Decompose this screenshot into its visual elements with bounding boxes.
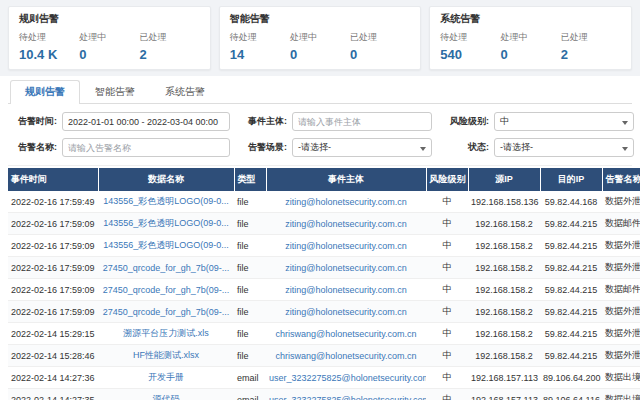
event-time-cell: 2022-02-16 17:59:09: [8, 235, 98, 257]
table-row: 2022-02-16 17:59:0927450_qrcode_for_gh_7…: [8, 301, 640, 323]
stat-pending: 待处理 10.4 K: [19, 31, 79, 62]
alert-time-label: 告警时间:: [10, 115, 62, 128]
subject-link[interactable]: ziting@holonetsecurity.com.cn: [266, 257, 426, 279]
subject-link[interactable]: chriswang@holonetsecurity.com.cn: [266, 323, 426, 345]
tab-rule-alerts[interactable]: 规则告警: [10, 80, 80, 104]
risk-level-select[interactable]: 中: [494, 112, 634, 131]
event-subject-input[interactable]: [292, 112, 432, 131]
risk-level-cell: 中: [426, 367, 468, 389]
alert-name-cell: 数据邮件发送至竞...: [602, 279, 640, 301]
tab-smart-alerts[interactable]: 智能告警: [80, 80, 150, 104]
subject-link[interactable]: ziting@holonetsecurity.com.cn: [266, 279, 426, 301]
alert-scene-selected-value: -请选择-: [298, 141, 331, 154]
stat-value: 0: [350, 47, 410, 62]
tab-system-alerts[interactable]: 系统告警: [150, 80, 220, 104]
filter-form: 告警时间: 事件主体: 风险级别: 中 告警名称: 告警场景:: [8, 104, 632, 166]
dest-ip-cell: 59.82.44.215: [540, 279, 602, 301]
data-name-link[interactable]: 143556_彩色透明LOGO(09-0...: [98, 213, 234, 235]
risk-level-cell: 中: [426, 345, 468, 367]
type-cell: email: [234, 367, 266, 389]
stat-processed: 已处理 0: [350, 31, 410, 62]
stat-pending: 待处理 14: [230, 31, 290, 62]
stat-value: 14: [230, 47, 290, 62]
source-ip-cell: 192.168.158.2: [468, 301, 540, 323]
stat-value: 0: [501, 47, 561, 62]
stat-card-title: 智能告警: [230, 12, 411, 31]
dest-ip-cell: 59.82.44.215: [540, 213, 602, 235]
subject-link[interactable]: chriswang@holonetsecurity.com.cn: [266, 345, 426, 367]
alert-table: 事件时间 数据名称 类型 事件主体 风险级别 源IP 目的IP 告警名称 202…: [8, 168, 640, 400]
data-name-link[interactable]: HF性能测试.xlsx: [98, 345, 234, 367]
alert-scene-select[interactable]: -请选择-: [292, 138, 432, 157]
risk-level-cell: 中: [426, 323, 468, 345]
stat-pending: 待处理 540: [440, 31, 500, 62]
type-cell: file: [234, 323, 266, 345]
stat-label: 处理中: [79, 31, 139, 44]
header-event-time: 事件时间: [8, 168, 98, 191]
header-alert-name: 告警名称: [602, 168, 640, 191]
event-time-cell: 2022-02-14 14:27:36: [8, 367, 98, 389]
table-row: 2022-02-14 15:29:15溯源平台压力测试.xlsfilechris…: [8, 323, 640, 345]
alert-name-cell: 数据外泄: [602, 301, 640, 323]
type-cell: file: [234, 257, 266, 279]
data-name-link[interactable]: 27450_qrcode_for_gh_7b(09-...: [98, 257, 234, 279]
stat-card-rule-alerts: 规则告警 待处理 10.4 K 处理中 0 已处理 2: [8, 6, 211, 70]
main-panel: 规则告警 智能告警 系统告警 告警时间: 事件主体: 风险级别: 中: [0, 76, 640, 400]
stat-label: 待处理: [19, 31, 79, 44]
type-cell: file: [234, 301, 266, 323]
source-ip-cell: 192.168.158.2: [468, 213, 540, 235]
dest-ip-cell: 89.106.64.200: [540, 367, 602, 389]
stat-processed: 已处理 2: [561, 31, 621, 62]
data-name-link[interactable]: 27450_qrcode_for_gh_7b(09-...: [98, 301, 234, 323]
data-name-link[interactable]: 开发手册: [98, 367, 234, 389]
subject-link[interactable]: user_3232275825@holonetsecurity.com.cn: [266, 367, 426, 389]
alert-name-input[interactable]: [62, 138, 230, 157]
alert-name-cell: 数据出境: [602, 389, 640, 400]
alert-name-cell: 数据外泄: [602, 345, 640, 367]
stat-label: 待处理: [440, 31, 500, 44]
data-name-link[interactable]: 源代码: [98, 389, 234, 400]
stat-card-smart-alerts: 智能告警 待处理 14 处理中 0 已处理 0: [219, 6, 422, 70]
alert-name-cell: 数据外泄: [602, 191, 640, 213]
subject-link[interactable]: ziting@holonetsecurity.com.cn: [266, 235, 426, 257]
alert-name-cell: 数据外泄: [602, 235, 640, 257]
dest-ip-cell: 59.82.44.215: [540, 235, 602, 257]
event-subject-label: 事件主体:: [240, 115, 292, 128]
stat-processing: 处理中 0: [290, 31, 350, 62]
table-row: 2022-02-14 14:27:36开发手册emailuser_3232275…: [8, 367, 640, 389]
chevron-down-icon: [622, 121, 628, 125]
risk-level-cell: 中: [426, 191, 468, 213]
stat-label: 处理中: [501, 31, 561, 44]
table-row: 2022-02-16 17:59:0927450_qrcode_for_gh_7…: [8, 279, 640, 301]
stat-value: 540: [440, 47, 500, 62]
type-cell: file: [234, 279, 266, 301]
source-ip-cell: 192.168.157.113: [468, 389, 540, 400]
subject-link[interactable]: ziting@holonetsecurity.com.cn: [266, 301, 426, 323]
data-name-link[interactable]: 143556_彩色透明LOGO(09-0...: [98, 235, 234, 257]
source-ip-cell: 192.168.158.2: [468, 323, 540, 345]
status-select[interactable]: -请选择-: [494, 138, 634, 157]
tab-bar: 规则告警 智能告警 系统告警: [8, 80, 632, 104]
data-name-link[interactable]: 溯源平台压力测试.xls: [98, 323, 234, 345]
subject-link[interactable]: ziting@holonetsecurity.com.cn: [266, 213, 426, 235]
data-name-link[interactable]: 143556_彩色透明LOGO(09-0...: [98, 191, 234, 213]
stat-value: 0: [79, 47, 139, 62]
risk-level-label: 风险级别:: [442, 115, 494, 128]
alert-time-input[interactable]: [62, 112, 230, 131]
alert-name-cell: 数据外泄: [602, 257, 640, 279]
stat-label: 已处理: [561, 31, 621, 44]
dest-ip-cell: 59.82.44.215: [540, 301, 602, 323]
source-ip-cell: 192.168.158.2: [468, 235, 540, 257]
stat-label: 处理中: [290, 31, 350, 44]
event-time-cell: 2022-02-16 17:59:09: [8, 279, 98, 301]
alert-name-cell: 数据出境: [602, 367, 640, 389]
stats-band: 规则告警 待处理 10.4 K 处理中 0 已处理 2 智能告警 待处理 14: [0, 0, 640, 76]
risk-level-cell: 中: [426, 389, 468, 400]
alert-table-body: 2022-02-16 17:59:49143556_彩色透明LOGO(09-0.…: [8, 191, 640, 400]
subject-link[interactable]: user_3232275825@holonetsecurity.com.cn: [266, 389, 426, 400]
subject-link[interactable]: ziting@holonetsecurity.com.cn: [266, 191, 426, 213]
data-name-link[interactable]: 27450_qrcode_for_gh_7b(09-...: [98, 279, 234, 301]
table-row: 2022-02-16 17:59:0927450_qrcode_for_gh_7…: [8, 257, 640, 279]
risk-level-selected-value: 中: [500, 115, 509, 128]
event-time-cell: 2022-02-14 15:28:46: [8, 345, 98, 367]
